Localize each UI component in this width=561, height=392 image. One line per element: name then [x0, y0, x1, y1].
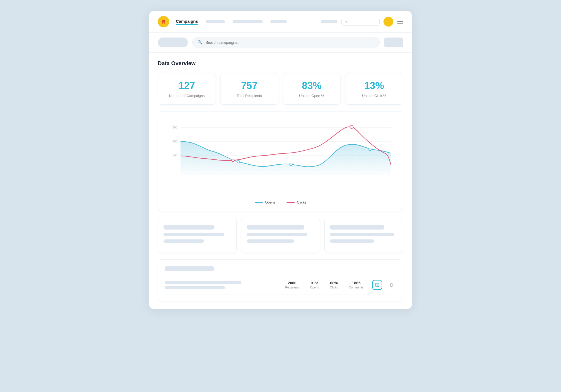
legend-opens-label: Opens	[265, 200, 276, 204]
chart-svg: 300 200 100 0	[165, 118, 396, 195]
stat-recipients: 2000 Recipients	[285, 281, 299, 289]
stat-clicks: 68% Clicks	[330, 281, 338, 289]
svg-point-17	[350, 125, 353, 129]
search-icon: 🔍	[198, 40, 203, 45]
stat-cards: 127 Number of Campaigns 757 Total Recipi…	[158, 73, 403, 105]
action-button[interactable]	[384, 38, 403, 47]
stat-card-0: 127 Number of Campaigns	[158, 73, 216, 105]
user-avatar[interactable]	[383, 17, 393, 27]
legend-clicks: Clicks	[287, 200, 307, 204]
placeholder	[247, 233, 307, 236]
opens-label: Opens	[310, 286, 319, 289]
bottom-cards	[158, 218, 403, 253]
placeholder	[164, 239, 204, 243]
svg-point-13	[237, 160, 240, 163]
placeholder	[247, 225, 304, 230]
nav-right: ▾	[321, 17, 403, 27]
placeholder	[247, 239, 294, 243]
chart-legend: Opens Clicks	[165, 200, 396, 204]
stat-value-2: 83%	[288, 80, 335, 91]
stat-label-2: Unique Open %	[288, 94, 335, 98]
bottom-card-2	[241, 218, 320, 253]
stat-value-0: 127	[164, 80, 210, 91]
legend-opens: Opens	[255, 200, 276, 204]
stat-card-2: 83% Unique Open %	[283, 73, 341, 105]
svg-text:100: 100	[173, 154, 178, 157]
nav-links: Campaigns	[176, 19, 314, 25]
nav-placeholder-2[interactable]	[233, 20, 263, 23]
placeholder	[330, 239, 374, 243]
search-bar[interactable]: 🔍	[192, 37, 380, 48]
svg-text:0: 0	[176, 173, 177, 176]
opens-value: 91%	[310, 281, 319, 285]
svg-text:200: 200	[173, 140, 178, 143]
placeholder	[164, 225, 214, 230]
stat-value-1: 757	[226, 80, 273, 91]
legend-opens-line	[255, 202, 263, 203]
stat-value-3: 13%	[351, 80, 397, 91]
table-row-left	[165, 281, 285, 289]
nav-search-box[interactable]: ▾	[341, 18, 380, 26]
stat-card-1: 757 Total Recipients	[220, 73, 278, 105]
recipients-value: 2000	[285, 281, 299, 285]
toolbar: 🔍	[149, 33, 412, 53]
legend-clicks-line	[287, 202, 295, 203]
download-button[interactable]	[372, 280, 382, 290]
svg-text:300: 300	[173, 126, 178, 129]
table-row-title	[165, 281, 241, 284]
table-card: 2000 Recipients 91% Opens 68% Clicks 186…	[158, 259, 403, 301]
comments-value: 1865	[349, 281, 363, 285]
stat-label-3: Unique Click %	[351, 94, 397, 98]
bottom-card-3	[324, 218, 403, 253]
recipients-label: Recipients	[285, 286, 299, 289]
filter-button[interactable]	[158, 38, 188, 47]
stat-comments: 1865 Comments	[349, 281, 363, 289]
stat-label-0: Number of Campaigns	[164, 94, 210, 98]
table-row-stats: 2000 Recipients 91% Opens 68% Clicks 186…	[285, 281, 363, 289]
placeholder	[330, 233, 394, 236]
table-row: 2000 Recipients 91% Opens 68% Clicks 186…	[165, 276, 396, 294]
bottom-card-1	[158, 218, 237, 253]
delete-button[interactable]	[387, 280, 396, 290]
svg-rect-2	[162, 22, 163, 24]
nav-placeholder-3[interactable]	[270, 20, 287, 23]
svg-point-15	[369, 148, 371, 151]
stat-label-1: Total Recipients	[226, 94, 273, 98]
svg-point-14	[290, 163, 293, 166]
logo	[158, 16, 169, 27]
nav-right-placeholder	[321, 20, 337, 23]
comments-label: Comments	[349, 286, 363, 289]
nav-campaigns[interactable]: Campaigns	[176, 19, 198, 25]
table-row-subtitle	[165, 286, 225, 289]
svg-rect-3	[164, 22, 165, 24]
stat-opens: 91% Opens	[310, 281, 319, 289]
nav-search-icon: ▾	[345, 20, 347, 24]
stat-card-3: 13% Unique Click %	[345, 73, 403, 105]
table-row-actions	[372, 280, 396, 290]
table-header-placeholder	[165, 266, 214, 271]
placeholder	[164, 233, 224, 236]
nav-placeholder-1[interactable]	[206, 20, 225, 23]
placeholder	[330, 225, 384, 230]
legend-clicks-label: Clicks	[297, 200, 307, 204]
page-title: Data Overview	[158, 60, 403, 67]
svg-point-16	[232, 159, 234, 162]
clicks-value: 68%	[330, 281, 338, 285]
search-input[interactable]	[205, 40, 374, 45]
navbar: Campaigns ▾	[149, 11, 412, 33]
chart-card: 300 200 100 0	[158, 111, 403, 211]
clicks-label: Clicks	[330, 286, 338, 289]
hamburger-menu[interactable]	[397, 20, 403, 24]
content-area: Data Overview 127 Number of Campaigns 75…	[149, 53, 412, 309]
